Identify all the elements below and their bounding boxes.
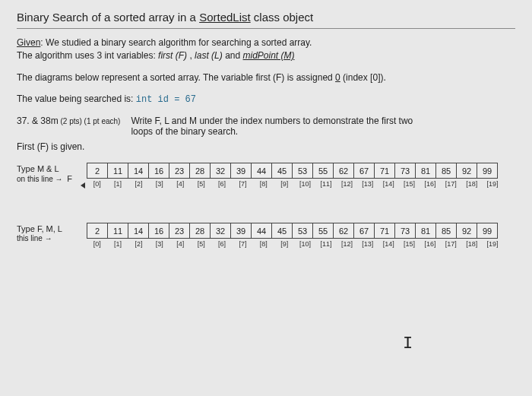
- pointer-slot[interactable]: [378, 188, 398, 200]
- pointer-slot[interactable]: [191, 188, 211, 200]
- var-last: last (L): [195, 50, 223, 61]
- pointer-slot[interactable]: [149, 248, 169, 260]
- pointer-slot[interactable]: [295, 248, 315, 260]
- array-cell: 16: [149, 223, 169, 239]
- index-label: [8]: [253, 179, 274, 188]
- label-2a: Type F, M, L: [17, 224, 87, 234]
- title-pre: Binary Search of a sorted array in a: [17, 11, 199, 24]
- array-cell: 81: [416, 163, 436, 179]
- given-text2: The algorithm uses 3 int variables:: [17, 50, 158, 61]
- array-cell: 44: [252, 223, 272, 239]
- array-cell: 2: [87, 223, 108, 239]
- array-cell: 55: [313, 163, 334, 179]
- index-label: [15]: [399, 179, 420, 188]
- array-cell: 39: [231, 223, 252, 239]
- index-label: [4]: [170, 179, 191, 188]
- array-cell: 28: [190, 223, 211, 239]
- pointer-slot[interactable]: [357, 248, 378, 260]
- index-label: [17]: [441, 179, 461, 188]
- pointer-slot[interactable]: [87, 248, 107, 260]
- index-label: [12]: [337, 239, 357, 248]
- array-cell: 39: [231, 163, 252, 179]
- index-label: [11]: [315, 179, 336, 188]
- pointer-slot[interactable]: [420, 188, 440, 200]
- index-label: [19]: [482, 179, 502, 188]
- pointer-slot[interactable]: [233, 188, 253, 200]
- pointer-row-2[interactable]: [87, 248, 503, 260]
- pointer-slot[interactable]: [253, 188, 274, 200]
- pointer-slot[interactable]: [441, 248, 461, 260]
- index-label: [4]: [170, 239, 191, 248]
- index-label: [5]: [191, 179, 211, 188]
- pointer-slot[interactable]: [420, 248, 440, 260]
- pointer-slot[interactable]: [87, 188, 107, 200]
- diagrams-paragraph: The diagrams below represent a sorted ar…: [17, 71, 515, 84]
- index-label: [16]: [420, 179, 440, 188]
- question-number: 37. & 38m: [17, 116, 59, 126]
- pointer-slot[interactable]: [337, 188, 357, 200]
- array-block-2: Type F, M, L this line → 211141623283239…: [17, 223, 515, 260]
- question-row: 37. & 38m (2 pts) (1 pt each) Write F, L…: [17, 116, 515, 137]
- first-given-label: First (F) is given.: [17, 141, 515, 152]
- index-label: [18]: [461, 179, 482, 188]
- array-cell: 55: [313, 223, 334, 239]
- array-cell: 85: [436, 223, 457, 239]
- index-label: [2]: [128, 179, 149, 188]
- index-row-1: [0][1][2][3][4][5][6][7][8][9][10][11][1…: [87, 179, 503, 188]
- pointer-slot[interactable]: [128, 248, 149, 260]
- pointer-slot[interactable]: [191, 248, 211, 260]
- pointer-slot[interactable]: [107, 188, 128, 200]
- pointer-slot[interactable]: [253, 248, 274, 260]
- array-cell: 2: [87, 163, 108, 179]
- pointer-slot[interactable]: [482, 248, 502, 260]
- pointer-slot[interactable]: [211, 188, 232, 200]
- title-class: SortedList: [199, 11, 251, 24]
- zero-underline: 0: [335, 72, 340, 83]
- pointer-triangle-icon: [81, 182, 85, 188]
- index-label: [9]: [274, 179, 295, 188]
- label-2b: this line →: [17, 234, 87, 243]
- question-text-1: Write F, L and M under the index numbers…: [131, 116, 413, 126]
- array-cell: 99: [477, 223, 498, 239]
- array-cell: 11: [108, 163, 128, 179]
- pointer-slot[interactable]: [357, 188, 378, 200]
- array-cell: 67: [354, 223, 375, 239]
- pointer-slot[interactable]: [170, 188, 191, 200]
- pointer-slot[interactable]: [461, 188, 482, 200]
- index-label: [18]: [461, 239, 482, 248]
- array-cell: 85: [436, 163, 457, 179]
- pointer-slot[interactable]: [233, 248, 253, 260]
- pointer-slot[interactable]: [128, 188, 149, 200]
- pointer-slot[interactable]: [315, 188, 336, 200]
- pointer-row-1[interactable]: [87, 188, 503, 200]
- pointer-f: F: [67, 174, 72, 183]
- pointer-slot[interactable]: [399, 188, 420, 200]
- pointer-slot[interactable]: [274, 248, 295, 260]
- given-paragraph: Given: We studied a binary search algori…: [17, 36, 515, 62]
- array-cell: 67: [354, 163, 375, 179]
- index-label: [1]: [107, 239, 128, 248]
- pointer-slot[interactable]: [482, 188, 502, 200]
- pointer-slot[interactable]: [295, 188, 315, 200]
- array-cell: 92: [457, 223, 477, 239]
- index-label: [7]: [233, 179, 253, 188]
- pointer-slot[interactable]: [461, 248, 482, 260]
- pointer-slot[interactable]: [315, 248, 336, 260]
- given-label: Given: [17, 37, 40, 48]
- pointer-slot[interactable]: [170, 248, 191, 260]
- pointer-slot[interactable]: [149, 188, 169, 200]
- index-label: [13]: [357, 179, 378, 188]
- pointer-slot[interactable]: [211, 248, 232, 260]
- index-label: [1]: [107, 179, 128, 188]
- pointer-slot[interactable]: [274, 188, 295, 200]
- label-1b: on this line → F: [17, 174, 87, 184]
- pointer-slot[interactable]: [441, 188, 461, 200]
- array-cell: 92: [457, 163, 477, 179]
- pointer-slot[interactable]: [399, 248, 420, 260]
- array-cell: 53: [293, 223, 313, 239]
- array-block-1: Type M & L on this line → F 211141623283…: [17, 163, 515, 200]
- index-label: [3]: [149, 239, 169, 248]
- pointer-slot[interactable]: [337, 248, 357, 260]
- pointer-slot[interactable]: [378, 248, 398, 260]
- pointer-slot[interactable]: [107, 248, 128, 260]
